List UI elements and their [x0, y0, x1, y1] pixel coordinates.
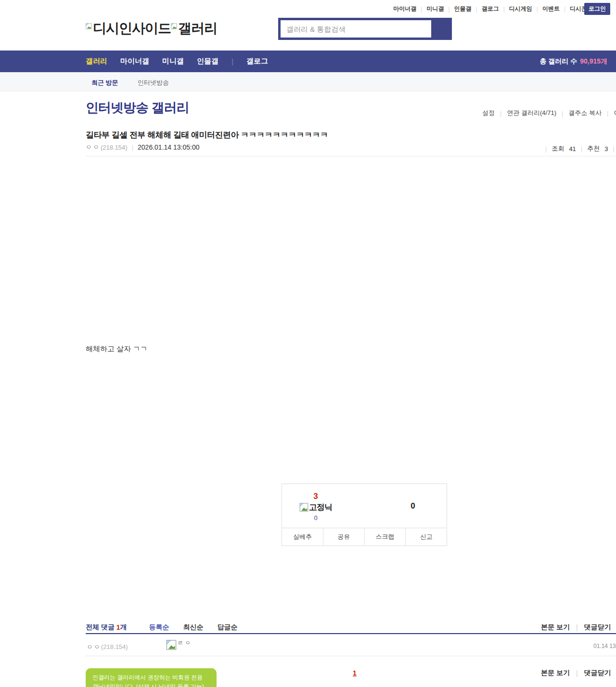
gallery-settings-link[interactable]: 설정: [482, 109, 495, 117]
fixed-nick-row: 고정닉: [296, 502, 335, 513]
separator: |: [503, 6, 505, 13]
topbar-link-event[interactable]: 이벤트: [542, 5, 560, 13]
comment-author[interactable]: ㅇㅇ(218.154): [87, 643, 128, 651]
divider: [86, 156, 616, 156]
post-title: 길타부 길셀 전부 해체해 길태 애미터진련아 ㅋㅋㅋㅋㅋㅋㅋㅋㅋㅋㅋ: [86, 129, 328, 140]
recommend-count: 3: [604, 145, 608, 153]
broken-image-icon: [166, 639, 177, 651]
total-gallery-label: 총 갤러리 수: [539, 57, 577, 66]
comments-total-count: 1: [116, 623, 120, 631]
fixed-nick-label: 고정닉: [309, 502, 332, 513]
close-comments-link[interactable]: 댓글닫기: [584, 623, 611, 632]
topbar-link-minigall[interactable]: 미니갤: [426, 5, 444, 13]
separator: |: [564, 6, 565, 13]
broken-image-icon: [299, 502, 308, 512]
post-action-buttons: 실베추 공유 스크랩 신고: [282, 528, 447, 546]
usage-guide-link[interactable]: 이용: [614, 109, 616, 117]
logo-text-gallery: 갤러리: [178, 19, 217, 38]
comment-row: ㅇㅇ(218.154) ㄹㅇ 01.14 13: [86, 634, 616, 656]
upvote-count: 3: [296, 492, 335, 501]
separator: |: [576, 669, 578, 677]
share-button[interactable]: 공유: [323, 528, 365, 546]
comments-header-right: 본문 보기 | 댓글닫기 |: [541, 623, 616, 632]
nav-items: 갤러리 마이너갤 미니갤 인물갤 | 갤로그: [86, 51, 268, 72]
upvote-area[interactable]: 3 고정닉 0: [296, 492, 335, 522]
separator: |: [132, 144, 133, 151]
comment-content: ㄹㅇ: [166, 639, 192, 651]
related-galleries-link[interactable]: 연관 갤러리(4/71): [507, 109, 556, 117]
search-input[interactable]: [281, 20, 431, 38]
topbar-link-minorgall[interactable]: 마이너갤: [393, 5, 416, 13]
separator: |: [545, 145, 547, 153]
dcinside-gallery-page: 마이너갤| 미니갤| 인물갤| 갤로그| 디시게임| 이벤트| 디시콘 로그인 …: [0, 0, 616, 687]
comment-alt-text: ㄹㅇ: [178, 639, 192, 647]
search-button[interactable]: [433, 18, 452, 40]
top-utility-bar: 마이너갤| 미니갤| 인물갤| 갤로그| 디시게임| 이벤트| 디시콘: [393, 5, 587, 13]
separator: |: [613, 145, 614, 153]
separator: |: [500, 110, 501, 117]
separator: |: [231, 57, 233, 65]
comments-total-label: 전체 댓글: [86, 623, 115, 632]
sort-tab-latest[interactable]: 최신순: [183, 623, 204, 632]
report-button[interactable]: 신고: [406, 528, 447, 546]
fixed-nick-upvote-count: 0: [296, 514, 335, 522]
logo-text-dcinside: 디시인사이드: [93, 19, 171, 38]
topbar-link-dcgame[interactable]: 디시게임: [509, 5, 532, 13]
post-body-text: 해체하고 살자 ㄱㄱ: [86, 344, 147, 354]
comment-sort-tabs: 등록순 최신순 답글순: [149, 623, 238, 632]
nav-tab-minigall[interactable]: 미니갤: [162, 57, 184, 66]
topbar-link-persongall[interactable]: 인물갤: [454, 5, 472, 13]
main-nav-bar: 갤러리 마이너갤 미니갤 인물갤 | 갤로그 총 갤러리 수 90,915개: [0, 51, 616, 72]
pagination-page-1[interactable]: 1: [353, 669, 357, 677]
gallery-utility-links: 설정| 연관 갤러리(4/71)| 갤주소 복사| 이용: [482, 109, 616, 117]
copy-gallery-url-link[interactable]: 갤주소 복사: [568, 109, 602, 117]
comments-footer-right: 본문 보기 | 댓글닫기 |: [541, 669, 616, 677]
recommend-label: 추천: [587, 144, 600, 153]
separator: |: [448, 6, 449, 13]
separator: |: [562, 110, 563, 117]
post-author-nickname[interactable]: ㅇㅇ: [86, 143, 100, 152]
comments-total-suffix: 개: [120, 623, 127, 632]
sort-tab-registered[interactable]: 등록순: [149, 623, 169, 632]
sort-tab-reply[interactable]: 답글순: [218, 623, 238, 632]
broken-image-icon: [86, 23, 92, 30]
nav-tab-gallog[interactable]: 갤로그: [246, 57, 268, 66]
view-post-link[interactable]: 본문 보기: [541, 669, 570, 677]
views-label: 조회: [552, 144, 564, 153]
downvote-count[interactable]: 0: [398, 501, 428, 511]
gallery-title[interactable]: 인터넷방송 갤러리: [86, 99, 189, 116]
login-button[interactable]: 로그인: [584, 3, 610, 15]
separator: |: [581, 145, 582, 153]
broken-image-icon: [171, 23, 177, 30]
scrap-button[interactable]: 스크랩: [365, 528, 406, 546]
silbechu-button[interactable]: 실베추: [282, 528, 323, 546]
comment-date: 01.14 13: [593, 643, 616, 649]
separator: |: [607, 110, 608, 117]
comment-author-ip: (218.154): [101, 643, 128, 650]
view-post-link[interactable]: 본문 보기: [541, 623, 570, 632]
topbar-link-gallog[interactable]: 갤로그: [482, 5, 499, 13]
breadcrumb: 최근 방문 인터넷방송: [0, 72, 616, 91]
post-meta: ㅇㅇ (218.154) | 2026.01.14 13:05:00: [86, 143, 200, 152]
search-box: [278, 18, 452, 40]
separator: |: [576, 623, 578, 631]
separator: |: [421, 6, 422, 13]
total-gallery-number: 90,915개: [580, 57, 607, 66]
nav-tab-gallery[interactable]: 갤러리: [86, 57, 107, 66]
site-logo[interactable]: 디시인사이드 갤러리: [86, 19, 217, 38]
post-stats: | 조회 41 | 추천 3 |: [545, 144, 616, 153]
separator: |: [537, 6, 538, 13]
vote-box: 3 고정닉 0 0 실베추 공유 스크랩 신고: [282, 483, 447, 546]
comment-author-nickname: ㅇㅇ: [87, 643, 101, 650]
guest-nickname-notice: 인갤러는 갤러리에서 권장하는 비회원 전용 갤닉네임입니다. (삭제 시 닉네…: [86, 668, 217, 687]
total-gallery-count: 총 갤러리 수 90,915개: [539, 51, 607, 72]
nav-tab-minorgall[interactable]: 마이너갤: [120, 57, 149, 66]
breadcrumb-current-gallery[interactable]: 인터넷방송: [138, 78, 169, 87]
nav-tab-persongall[interactable]: 인물갤: [197, 57, 218, 66]
recent-visit-label[interactable]: 최근 방문: [91, 78, 118, 87]
comments-header: 전체 댓글 1 개 등록순 최신순 답글순: [86, 623, 238, 632]
separator: |: [476, 6, 477, 13]
close-comments-link[interactable]: 댓글닫기: [584, 669, 611, 677]
views-count: 41: [569, 145, 576, 153]
post-date: 2026.01.14 13:05:00: [138, 143, 199, 151]
